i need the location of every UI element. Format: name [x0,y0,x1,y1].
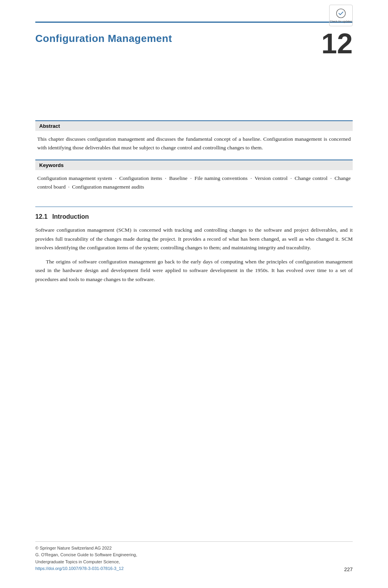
section-divider [35,207,353,207]
svg-point-0 [337,9,346,18]
dot-6: · [329,175,333,181]
section-title: Introduction [52,213,89,220]
dot-5: · [289,175,293,181]
keyword-8: Configuration management audits [72,184,144,190]
footer-line [35,541,353,542]
chapter-number: 12 [321,29,353,58]
keyword-2: Configuration items [119,175,162,181]
keyword-6: Change control [295,175,328,181]
keywords-text: Configuration management system · Config… [35,174,353,191]
page: Check for updates Configuration Manageme… [0,0,388,588]
keywords-header: Keywords [35,160,353,170]
keyword-1: Configuration management system [37,175,112,181]
keyword-5: Version control [255,175,288,181]
page-footer: © Springer Nature Switzerland AG 2022 G.… [35,541,353,572]
dot-3: · [189,175,193,181]
chapter-title: Configuration Management [35,33,172,45]
footer-series: Undergraduate Topics in Computer Science… [35,559,353,566]
abstract-header: Abstract [35,121,353,131]
dot-1: · [113,175,118,181]
chapter-header: Configuration Management 12 [35,29,353,58]
dot-2: · [163,175,168,181]
section-number: 12.1 [35,213,47,220]
dot-4: · [249,175,253,181]
section-12-1: 12.1Introduction Software configuration … [35,213,353,284]
footer-text: © Springer Nature Switzerland AG 2022 G.… [35,545,353,572]
check-updates-badge: Check for updates [329,5,353,26]
page-number: 227 [344,566,353,572]
footer-doi[interactable]: https://doi.org/10.1007/978-3-031-07816-… [35,566,124,571]
keywords-section: Keywords Configuration management system… [35,160,353,191]
footer-copyright: © Springer Nature Switzerland AG 2022 [35,545,353,552]
keyword-4: File naming conventions [195,175,248,181]
dot-7: · [67,184,71,190]
section-12-1-paragraph-1: Software configuration management (SCM) … [35,226,353,252]
keyword-3: Baseline [169,175,188,181]
abstract-section: Abstract This chapter discusses configur… [35,120,353,152]
abstract-text: This chapter discusses configuration man… [35,135,353,152]
check-updates-text: Check for updates [330,20,352,23]
section-12-1-heading: 12.1Introduction [35,213,353,220]
footer-author: G. O'Regan, Concise Guide to Software En… [35,552,353,559]
top-accent-line [35,22,353,23]
section-12-1-paragraph-2: The origins of software configuration ma… [35,258,353,284]
check-updates-icon [335,8,346,19]
